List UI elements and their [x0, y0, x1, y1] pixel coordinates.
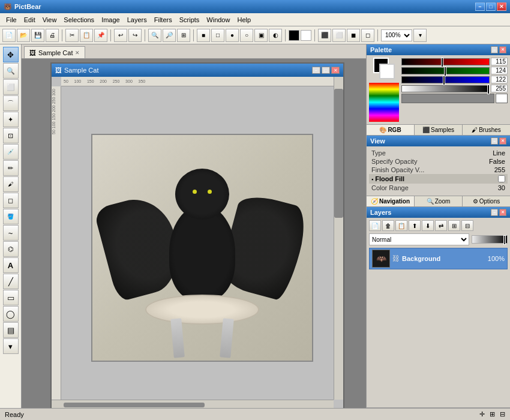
tool-magic-wand[interactable]: ✦: [3, 112, 19, 127]
view-minimize[interactable]: −: [491, 137, 498, 145]
blue-value[interactable]: 122: [491, 76, 508, 83]
save-btn[interactable]: 💾: [31, 29, 44, 42]
tool-fill[interactable]: 🪣: [3, 209, 19, 224]
extra2[interactable]: ⬜: [332, 29, 346, 42]
color4-btn[interactable]: ○: [240, 29, 253, 42]
tool-crop[interactable]: ⊡: [3, 128, 19, 143]
blue-bar[interactable]: [401, 76, 490, 83]
menu-layers[interactable]: Layers: [124, 15, 151, 25]
copy-btn[interactable]: 📋: [80, 29, 93, 42]
inner-minimize[interactable]: −: [312, 67, 320, 74]
color1-btn[interactable]: ■: [197, 29, 210, 42]
menu-image[interactable]: Image: [98, 15, 124, 25]
new-layer-btn[interactable]: 📄: [369, 220, 381, 231]
fg-bg-colors[interactable]: [373, 58, 395, 79]
tool-smudge[interactable]: ~: [3, 225, 19, 241]
tool-eraser[interactable]: ◻: [3, 193, 19, 208]
menu-file[interactable]: File: [2, 15, 20, 25]
tab-sample-cat[interactable]: 🖼 Sample Cat ✕: [24, 46, 85, 58]
tool-move[interactable]: ✥: [3, 47, 19, 62]
tool-gradient[interactable]: ▤: [3, 322, 19, 338]
opacity-slider[interactable]: [472, 235, 508, 244]
tool-ellipse[interactable]: ◯: [3, 306, 19, 322]
close-button[interactable]: ✕: [497, 2, 506, 11]
palette-close[interactable]: ✕: [499, 46, 506, 53]
tab-zoom[interactable]: 🔍 Zoom: [415, 196, 463, 206]
bg-color[interactable]: [301, 30, 311, 41]
undo-btn[interactable]: ↩: [114, 29, 127, 42]
zoom-out-btn[interactable]: 🔎: [163, 29, 176, 42]
tab-close-btn[interactable]: ✕: [75, 50, 80, 56]
red-bar[interactable]: [401, 58, 490, 65]
move-up-btn[interactable]: ⬆: [409, 220, 421, 231]
minimize-button[interactable]: −: [475, 2, 485, 11]
color3-btn[interactable]: ●: [226, 29, 239, 42]
delete-layer-btn[interactable]: 🗑: [382, 220, 394, 231]
flood-fill-toggle[interactable]: [498, 175, 505, 182]
inner-maximize[interactable]: □: [322, 67, 330, 74]
cut-btn[interactable]: ✂: [65, 29, 79, 42]
green-value[interactable]: 124: [491, 67, 508, 74]
paste-btn[interactable]: 📌: [94, 29, 107, 42]
red-value[interactable]: 115: [491, 58, 508, 65]
open-btn[interactable]: 📂: [17, 29, 30, 42]
color-spectrum[interactable]: [369, 83, 399, 122]
layers-close[interactable]: ✕: [499, 209, 506, 216]
blend-mode-select[interactable]: Normal Multiply Screen: [369, 233, 469, 245]
tool-text[interactable]: A: [3, 257, 19, 273]
palette-minimize[interactable]: −: [491, 46, 498, 53]
extra1[interactable]: ⬛: [318, 29, 331, 42]
tool-burn[interactable]: ▾: [3, 338, 19, 354]
horizontal-scrollbar[interactable]: [52, 400, 334, 408]
alpha-bar[interactable]: [401, 85, 490, 92]
inner-close[interactable]: ✕: [331, 67, 340, 74]
alpha-value[interactable]: 255: [491, 85, 508, 92]
tab-options[interactable]: ⚙ Options: [463, 196, 510, 206]
maximize-button[interactable]: □: [486, 2, 496, 11]
new-btn[interactable]: 📄: [2, 29, 16, 42]
menu-scripts[interactable]: Scripts: [176, 15, 203, 25]
image-display[interactable]: [61, 86, 343, 408]
extra4[interactable]: ◻: [361, 29, 374, 42]
menu-edit[interactable]: Edit: [20, 15, 39, 25]
layer-background[interactable]: 🦇 ⛓ Background 100%: [369, 248, 508, 269]
view-close[interactable]: ✕: [499, 137, 506, 145]
menu-view[interactable]: View: [39, 15, 61, 25]
print-btn[interactable]: 🖨: [46, 29, 59, 42]
tool-line[interactable]: ╱: [3, 274, 19, 289]
add-btn[interactable]: ⊞: [448, 220, 460, 231]
move-down-btn[interactable]: ⬇: [422, 220, 434, 231]
tool-brush[interactable]: 🖌: [3, 176, 19, 192]
menu-filters[interactable]: Filters: [151, 15, 176, 25]
tab-rgb[interactable]: 🎨 RGB: [367, 125, 415, 135]
remove-btn[interactable]: ⊟: [461, 220, 473, 231]
green-bar[interactable]: [401, 67, 490, 74]
menu-selections[interactable]: Selections: [60, 15, 98, 25]
fit-btn[interactable]: ⊞: [177, 29, 190, 42]
tool-eyedropper[interactable]: 💉: [3, 144, 19, 160]
tool-zoom[interactable]: 🔍: [3, 63, 19, 79]
tool-clone[interactable]: ⌬: [3, 241, 19, 257]
zoom-select[interactable]: 100% 50% 200%: [381, 29, 412, 41]
fg-color[interactable]: [289, 30, 299, 41]
merge-btn[interactable]: ⇄: [435, 220, 447, 231]
duplicate-layer-btn[interactable]: 📋: [395, 220, 407, 231]
tool-select-lasso[interactable]: ⌒: [3, 95, 19, 111]
vertical-scrollbar[interactable]: [334, 77, 343, 400]
redo-btn[interactable]: ↪: [128, 29, 142, 42]
tab-samples[interactable]: ⬛ Samples: [415, 125, 463, 135]
menu-window[interactable]: Window: [203, 15, 233, 25]
tool-pencil[interactable]: ✏: [3, 160, 19, 176]
color5-btn[interactable]: ▣: [254, 29, 268, 42]
tab-navigation[interactable]: 🧭 Navigation: [367, 196, 415, 206]
menu-help[interactable]: Help: [233, 15, 254, 25]
extra3[interactable]: ◼: [347, 29, 360, 42]
background-color[interactable]: [379, 64, 395, 79]
tool-rect[interactable]: ▭: [3, 290, 19, 305]
tool-select-rect[interactable]: ⬜: [3, 79, 19, 95]
zoom-in-btn[interactable]: 🔍: [148, 29, 161, 42]
layers-minimize[interactable]: −: [491, 209, 498, 216]
color2-btn[interactable]: □: [211, 29, 224, 42]
tab-brushes[interactable]: 🖌 Brushes: [463, 125, 510, 135]
color6-btn[interactable]: ◐: [269, 29, 282, 42]
